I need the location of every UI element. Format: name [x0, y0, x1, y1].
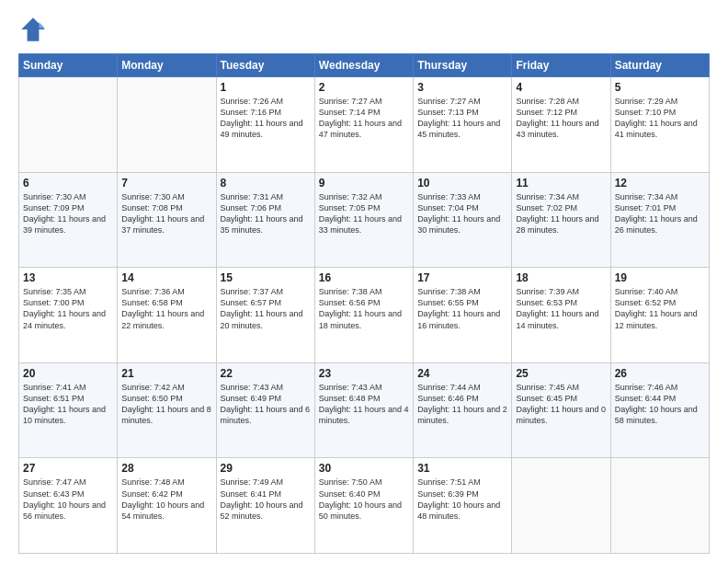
day-number: 8 — [221, 177, 311, 190]
calendar-header-row: SundayMondayTuesdayWednesdayThursdayFrid… — [19, 54, 710, 77]
calendar-cell: 20Sunrise: 7:41 AMSunset: 6:51 PMDayligh… — [19, 362, 118, 458]
calendar-cell: 9Sunrise: 7:32 AMSunset: 7:05 PMDaylight… — [314, 172, 413, 268]
day-detail: Sunrise: 7:46 AMSunset: 6:44 PMDaylight:… — [615, 382, 705, 427]
calendar-cell: 16Sunrise: 7:38 AMSunset: 6:56 PMDayligh… — [314, 268, 413, 363]
day-detail: Sunrise: 7:34 AMSunset: 7:02 PMDaylight:… — [516, 191, 606, 236]
day-number: 12 — [615, 177, 705, 190]
day-number: 19 — [615, 271, 705, 284]
calendar-cell: 25Sunrise: 7:45 AMSunset: 6:45 PMDayligh… — [512, 362, 610, 458]
day-number: 4 — [516, 81, 606, 94]
day-detail: Sunrise: 7:30 AMSunset: 7:08 PMDaylight:… — [121, 191, 211, 236]
day-detail: Sunrise: 7:39 AMSunset: 6:53 PMDaylight:… — [516, 286, 606, 331]
day-detail: Sunrise: 7:27 AMSunset: 7:14 PMDaylight:… — [319, 96, 409, 141]
day-number: 26 — [615, 367, 705, 380]
calendar-cell: 5Sunrise: 7:29 AMSunset: 7:10 PMDaylight… — [610, 77, 709, 173]
day-number: 28 — [121, 462, 211, 475]
calendar-cell: 2Sunrise: 7:27 AMSunset: 7:14 PMDaylight… — [314, 77, 413, 173]
svg-marker-0 — [21, 17, 45, 41]
day-detail: Sunrise: 7:35 AMSunset: 7:00 PMDaylight:… — [23, 286, 113, 331]
calendar-week-row: 1Sunrise: 7:26 AMSunset: 7:16 PMDaylight… — [19, 77, 710, 173]
day-number: 30 — [319, 462, 409, 475]
day-detail: Sunrise: 7:27 AMSunset: 7:13 PMDaylight:… — [417, 96, 507, 141]
day-number: 24 — [417, 367, 507, 380]
day-number: 16 — [319, 271, 409, 284]
day-number: 10 — [417, 177, 507, 190]
day-number: 3 — [417, 81, 507, 94]
day-number: 5 — [615, 81, 705, 94]
calendar-cell: 21Sunrise: 7:42 AMSunset: 6:50 PMDayligh… — [118, 362, 216, 458]
day-detail: Sunrise: 7:43 AMSunset: 6:49 PMDaylight:… — [221, 382, 311, 427]
day-number: 21 — [121, 367, 211, 380]
calendar-cell: 18Sunrise: 7:39 AMSunset: 6:53 PMDayligh… — [512, 268, 610, 363]
day-number: 6 — [23, 177, 113, 190]
day-number: 11 — [516, 177, 606, 190]
day-number: 18 — [516, 271, 606, 284]
day-number: 29 — [221, 462, 311, 475]
day-detail: Sunrise: 7:43 AMSunset: 6:48 PMDaylight:… — [319, 382, 409, 427]
calendar-cell — [610, 458, 709, 554]
calendar-cell: 10Sunrise: 7:33 AMSunset: 7:04 PMDayligh… — [414, 172, 512, 268]
logo-icon — [18, 15, 48, 44]
calendar-week-row: 13Sunrise: 7:35 AMSunset: 7:00 PMDayligh… — [19, 268, 710, 363]
day-number: 27 — [23, 462, 113, 475]
day-detail: Sunrise: 7:26 AMSunset: 7:16 PMDaylight:… — [221, 96, 311, 141]
calendar-cell: 17Sunrise: 7:38 AMSunset: 6:55 PMDayligh… — [414, 268, 512, 363]
day-number: 2 — [319, 81, 409, 94]
day-detail: Sunrise: 7:51 AMSunset: 6:39 PMDaylight:… — [417, 477, 507, 522]
day-detail: Sunrise: 7:42 AMSunset: 6:50 PMDaylight:… — [121, 382, 211, 427]
calendar-cell: 22Sunrise: 7:43 AMSunset: 6:49 PMDayligh… — [216, 362, 314, 458]
day-detail: Sunrise: 7:38 AMSunset: 6:55 PMDaylight:… — [417, 286, 507, 331]
calendar-cell: 14Sunrise: 7:36 AMSunset: 6:58 PMDayligh… — [118, 268, 216, 363]
day-detail: Sunrise: 7:34 AMSunset: 7:01 PMDaylight:… — [615, 191, 705, 236]
calendar-cell: 27Sunrise: 7:47 AMSunset: 6:43 PMDayligh… — [19, 458, 118, 554]
svg-marker-1 — [39, 22, 44, 28]
calendar-cell — [512, 458, 610, 554]
calendar-cell: 1Sunrise: 7:26 AMSunset: 7:16 PMDaylight… — [216, 77, 314, 173]
calendar-day-header: Wednesday — [314, 54, 413, 77]
calendar-week-row: 27Sunrise: 7:47 AMSunset: 6:43 PMDayligh… — [19, 458, 710, 554]
page: SundayMondayTuesdayWednesdayThursdayFrid… — [0, 0, 728, 563]
calendar-day-header: Saturday — [610, 54, 709, 77]
calendar-day-header: Sunday — [19, 54, 118, 77]
day-number: 31 — [417, 462, 507, 475]
calendar-week-row: 20Sunrise: 7:41 AMSunset: 6:51 PMDayligh… — [19, 362, 710, 458]
day-detail: Sunrise: 7:29 AMSunset: 7:10 PMDaylight:… — [615, 96, 705, 141]
day-detail: Sunrise: 7:28 AMSunset: 7:12 PMDaylight:… — [516, 96, 606, 141]
calendar-day-header: Monday — [118, 54, 216, 77]
day-detail: Sunrise: 7:30 AMSunset: 7:09 PMDaylight:… — [23, 191, 113, 236]
day-number: 15 — [221, 271, 311, 284]
header — [18, 15, 710, 44]
day-number: 22 — [221, 367, 311, 380]
day-number: 7 — [121, 177, 211, 190]
day-detail: Sunrise: 7:48 AMSunset: 6:42 PMDaylight:… — [121, 477, 211, 522]
calendar-cell: 7Sunrise: 7:30 AMSunset: 7:08 PMDaylight… — [118, 172, 216, 268]
calendar-cell — [19, 77, 118, 173]
day-detail: Sunrise: 7:44 AMSunset: 6:46 PMDaylight:… — [417, 382, 507, 427]
day-detail: Sunrise: 7:45 AMSunset: 6:45 PMDaylight:… — [516, 382, 606, 427]
calendar-cell: 3Sunrise: 7:27 AMSunset: 7:13 PMDaylight… — [414, 77, 512, 173]
logo — [18, 15, 51, 44]
calendar-cell: 28Sunrise: 7:48 AMSunset: 6:42 PMDayligh… — [118, 458, 216, 554]
day-number: 20 — [23, 367, 113, 380]
calendar-cell: 11Sunrise: 7:34 AMSunset: 7:02 PMDayligh… — [512, 172, 610, 268]
day-detail: Sunrise: 7:49 AMSunset: 6:41 PMDaylight:… — [221, 477, 311, 522]
calendar-cell: 19Sunrise: 7:40 AMSunset: 6:52 PMDayligh… — [610, 268, 709, 363]
calendar-cell: 31Sunrise: 7:51 AMSunset: 6:39 PMDayligh… — [414, 458, 512, 554]
day-number: 25 — [516, 367, 606, 380]
day-detail: Sunrise: 7:41 AMSunset: 6:51 PMDaylight:… — [23, 382, 113, 427]
day-detail: Sunrise: 7:37 AMSunset: 6:57 PMDaylight:… — [221, 286, 311, 331]
calendar-cell — [118, 77, 216, 173]
day-detail: Sunrise: 7:33 AMSunset: 7:04 PMDaylight:… — [417, 191, 507, 236]
calendar-cell: 12Sunrise: 7:34 AMSunset: 7:01 PMDayligh… — [610, 172, 709, 268]
day-detail: Sunrise: 7:31 AMSunset: 7:06 PMDaylight:… — [221, 191, 311, 236]
calendar-cell: 8Sunrise: 7:31 AMSunset: 7:06 PMDaylight… — [216, 172, 314, 268]
calendar-cell: 29Sunrise: 7:49 AMSunset: 6:41 PMDayligh… — [216, 458, 314, 554]
calendar-cell: 24Sunrise: 7:44 AMSunset: 6:46 PMDayligh… — [414, 362, 512, 458]
day-detail: Sunrise: 7:32 AMSunset: 7:05 PMDaylight:… — [319, 191, 409, 236]
calendar-cell: 23Sunrise: 7:43 AMSunset: 6:48 PMDayligh… — [314, 362, 413, 458]
day-detail: Sunrise: 7:36 AMSunset: 6:58 PMDaylight:… — [121, 286, 211, 331]
day-number: 23 — [319, 367, 409, 380]
day-detail: Sunrise: 7:50 AMSunset: 6:40 PMDaylight:… — [319, 477, 409, 522]
calendar-cell: 30Sunrise: 7:50 AMSunset: 6:40 PMDayligh… — [314, 458, 413, 554]
day-number: 9 — [319, 177, 409, 190]
